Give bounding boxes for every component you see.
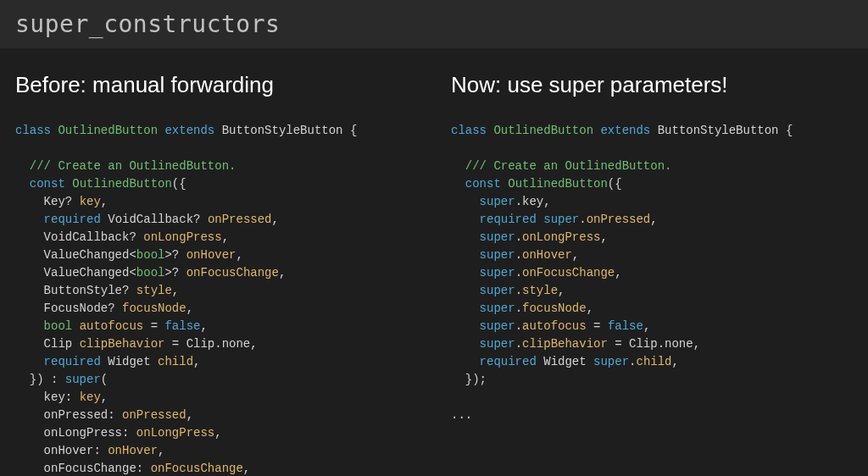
- right-code-block: class OutlinedButton extends ButtonStyle…: [451, 122, 853, 424]
- columns: Before: manual forwarding class Outlined…: [0, 48, 868, 476]
- left-column: Before: manual forwarding class Outlined…: [15, 72, 417, 476]
- right-column-title: Now: use super parameters!: [451, 72, 853, 98]
- slide-title: super_constructors: [15, 10, 280, 38]
- left-column-title: Before: manual forwarding: [15, 72, 417, 98]
- right-column: Now: use super parameters! class Outline…: [451, 72, 853, 476]
- slide-header: super_constructors: [0, 0, 868, 48]
- left-code-block: class OutlinedButton extends ButtonStyle…: [15, 122, 417, 476]
